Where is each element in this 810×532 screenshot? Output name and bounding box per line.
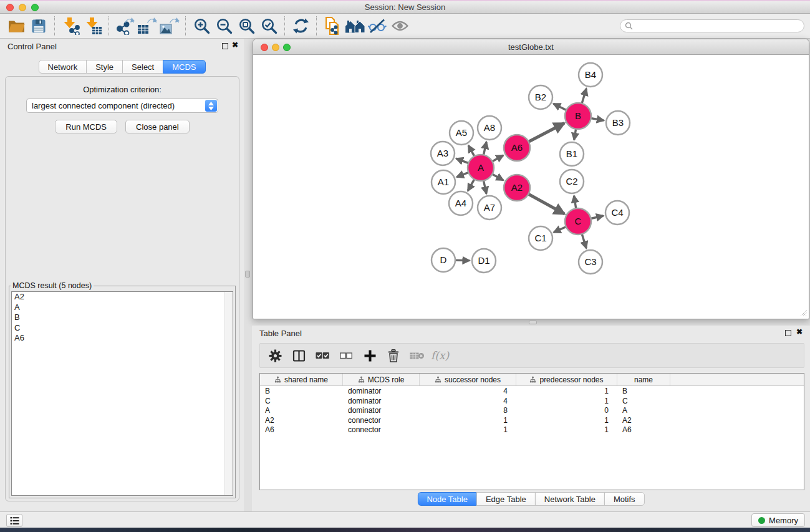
table-cell[interactable]: dominator (343, 405, 420, 415)
zoom-view-button[interactable] (283, 44, 291, 51)
horizontal-splitter[interactable] (252, 319, 810, 326)
minimize-window-button[interactable] (19, 4, 26, 11)
splitter-handle[interactable] (529, 321, 537, 324)
zoom-out-button[interactable] (213, 16, 235, 37)
table-cell[interactable]: A2 (260, 415, 343, 425)
tab-edge-table[interactable]: Edge Table (476, 492, 536, 506)
add-column-button[interactable] (360, 346, 380, 365)
table-row[interactable]: A2connector11A2 (260, 415, 804, 425)
close-panel-icon[interactable]: ✖ (796, 327, 803, 336)
table-cell[interactable]: A (260, 405, 343, 415)
table-cell[interactable]: 0 (516, 405, 617, 415)
close-window-button[interactable] (6, 4, 14, 11)
column-header-shared-name[interactable]: shared name (260, 374, 343, 385)
column-header-mcds-role[interactable]: MCDS role (343, 374, 420, 385)
criterion-dropdown[interactable]: largest connected component (directed) (26, 99, 218, 113)
table-cell[interactable]: A (617, 405, 670, 415)
column-header-predecessor-nodes[interactable]: predecessor nodes (516, 374, 617, 385)
session-titlebar[interactable]: Session: New Session (0, 1, 810, 14)
settings-gear-button[interactable] (265, 346, 285, 365)
show-panels-button[interactable] (6, 514, 22, 527)
show-column-button[interactable] (289, 346, 309, 365)
export-image-button[interactable] (158, 16, 181, 37)
search-field[interactable] (620, 19, 804, 32)
table-row[interactable]: Cdominator41C (260, 396, 804, 406)
splitter-handle[interactable] (245, 271, 250, 278)
open-folder-button[interactable] (5, 16, 27, 37)
tab-mcds[interactable]: MCDS (163, 60, 205, 74)
zoom-selected-button[interactable] (258, 16, 280, 37)
table-cell[interactable]: B (617, 386, 670, 396)
column-header-successor-nodes[interactable]: successor nodes (420, 374, 516, 385)
table-cell[interactable]: 4 (420, 396, 516, 406)
close-panel-button[interactable]: Close panel (125, 120, 190, 133)
result-item[interactable]: B (12, 312, 233, 323)
import-table-button[interactable] (82, 16, 104, 37)
save-session-button[interactable] (27, 16, 50, 37)
import-network-button[interactable] (59, 16, 82, 37)
minimize-view-button[interactable] (272, 44, 279, 51)
clone-network-button[interactable] (321, 16, 344, 37)
table-cell[interactable]: C (617, 396, 670, 406)
export-table-button[interactable] (136, 16, 158, 37)
select-all-columns-button[interactable] (312, 346, 332, 365)
result-item[interactable]: A2 (12, 292, 233, 302)
delete-column-button[interactable] (383, 346, 403, 365)
table-cell[interactable]: 8 (420, 405, 516, 415)
table-row[interactable]: A6connector11A6 (260, 425, 804, 435)
show-graphics-details-button[interactable] (388, 16, 411, 37)
float-panel-icon[interactable] (785, 330, 791, 336)
node-table[interactable]: shared nameMCDS rolesuccessor nodesprede… (259, 373, 804, 490)
close-view-button[interactable] (261, 44, 268, 51)
search-input[interactable] (633, 21, 804, 31)
result-item[interactable]: A6 (12, 333, 233, 344)
float-panel-icon[interactable] (222, 43, 228, 49)
refresh-button[interactable] (289, 16, 312, 37)
unselect-all-columns-button[interactable] (336, 346, 356, 365)
table-cell[interactable]: A6 (617, 425, 670, 435)
column-header-name[interactable]: name (617, 374, 670, 385)
tab-select[interactable]: Select (122, 60, 163, 74)
table-cell[interactable]: 1 (420, 425, 516, 435)
delete-table-button[interactable] (407, 346, 427, 365)
table-row[interactable]: Bdominator41B (260, 386, 804, 396)
table-cell[interactable]: A6 (260, 425, 343, 435)
hide-graphics-details-button[interactable] (366, 16, 388, 37)
mcds-result-list[interactable]: A2ABCA6 (11, 291, 233, 496)
table-cell[interactable]: B (260, 386, 343, 396)
zoom-window-button[interactable] (31, 4, 39, 11)
table-cell[interactable]: 1 (516, 386, 617, 396)
table-cell[interactable]: 1 (420, 415, 516, 425)
result-item[interactable]: A (12, 302, 233, 313)
table-cell[interactable]: dominator (343, 386, 420, 396)
tab-network[interactable]: Network (38, 60, 87, 74)
network-window-titlebar[interactable]: testGlobe.txt (253, 39, 809, 55)
table-cell[interactable]: A2 (617, 415, 670, 425)
network-canvas[interactable]: B4B2BB3A8A5A6A3B1AC2A1A2A4A7C4CC1C3DD1 (253, 55, 809, 318)
tab-style[interactable]: Style (86, 60, 123, 74)
vertical-splitter[interactable] (244, 39, 252, 511)
scrollbar-track[interactable] (224, 292, 233, 495)
table-cell[interactable]: 1 (516, 396, 617, 406)
table-cell[interactable]: connector (343, 415, 420, 425)
table-row[interactable]: Adominator80A (260, 405, 804, 415)
table-cell[interactable]: C (260, 396, 343, 406)
close-panel-icon[interactable]: ✖ (232, 41, 238, 49)
function-builder-button[interactable]: f(x) (431, 349, 449, 362)
table-cell[interactable]: 4 (420, 386, 516, 396)
tab-network-table[interactable]: Network Table (535, 492, 605, 506)
table-cell[interactable]: 1 (516, 425, 617, 435)
table-cell[interactable]: connector (343, 425, 420, 435)
export-network-button[interactable] (113, 16, 136, 37)
table-cell[interactable]: 1 (516, 415, 617, 425)
tab-motifs[interactable]: Motifs (604, 492, 645, 506)
memory-button[interactable]: Memory (751, 513, 805, 527)
resize-grip-icon[interactable] (799, 309, 808, 317)
result-item[interactable]: C (12, 323, 233, 334)
home-layout-button[interactable] (344, 16, 366, 37)
table-cell[interactable]: dominator (343, 396, 420, 406)
run-mcds-button[interactable]: Run MCDS (55, 120, 117, 133)
zoom-in-button[interactable] (190, 16, 213, 37)
zoom-fit-button[interactable] (235, 16, 258, 37)
tab-node-table[interactable]: Node Table (417, 492, 477, 506)
